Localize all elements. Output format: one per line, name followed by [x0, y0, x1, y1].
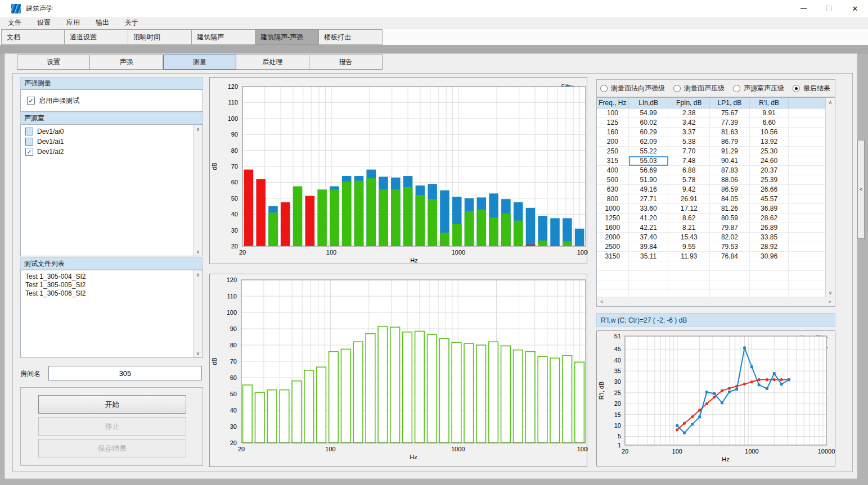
table-cell[interactable] — [789, 194, 825, 204]
table-cell[interactable]: 8.21 — [668, 223, 710, 233]
table-cell[interactable]: 5.78 — [668, 175, 710, 185]
table-cell[interactable]: 37.40 — [629, 233, 669, 242]
table-cell[interactable] — [789, 271, 825, 280]
test-file-item-0[interactable]: Test 1_305-004_SI2 — [25, 273, 201, 281]
table-cell[interactable]: 28.62 — [750, 214, 789, 223]
table-cell[interactable] — [750, 290, 789, 297]
table-cell[interactable]: 125 — [597, 118, 629, 128]
table-cell[interactable]: 250 — [597, 147, 629, 156]
sub-tab-0[interactable]: 设置 — [17, 55, 90, 70]
table-cell[interactable]: 800 — [597, 194, 629, 204]
scroll-right-icon[interactable]: > — [826, 298, 833, 306]
table-cell[interactable] — [668, 261, 710, 271]
table-cell[interactable] — [710, 280, 750, 290]
main-tab-2[interactable]: 混响时间 — [128, 29, 192, 45]
table-cell[interactable]: 54.99 — [629, 108, 669, 118]
table-cell[interactable]: 79.87 — [710, 223, 750, 233]
table-cell-selected[interactable]: 55.03 — [629, 156, 669, 166]
sub-tab-3[interactable]: 后处理 — [236, 55, 309, 70]
table-cell[interactable]: 1000 — [597, 204, 629, 214]
table-cell[interactable]: 2000 — [597, 233, 629, 242]
table-cell[interactable]: 76.84 — [710, 252, 750, 261]
table-cell[interactable]: 6.60 — [750, 118, 789, 128]
table-cell[interactable] — [789, 214, 825, 223]
table-cell[interactable]: 39.84 — [629, 242, 669, 252]
table-cell[interactable]: 84.05 — [710, 194, 750, 204]
table-cell[interactable]: 33.60 — [629, 204, 669, 214]
minimize-button[interactable] — [790, 0, 816, 17]
table-cell[interactable] — [597, 280, 629, 290]
table-cell[interactable]: 49.16 — [629, 185, 669, 194]
table-cell[interactable] — [668, 280, 710, 290]
table-cell[interactable] — [789, 137, 825, 147]
table-cell[interactable] — [789, 108, 825, 118]
table-cell[interactable]: 35.11 — [629, 252, 669, 261]
table-cell[interactable]: 400 — [597, 166, 629, 175]
table-cell[interactable] — [789, 223, 825, 233]
table-cell[interactable]: 27.71 — [629, 194, 669, 204]
table-cell[interactable]: 75.67 — [710, 108, 750, 118]
main-tab-1[interactable]: 通道设置 — [65, 29, 128, 45]
table-cell[interactable]: 10.56 — [750, 128, 789, 137]
table-cell[interactable] — [750, 271, 789, 280]
table-cell[interactable]: 81.63 — [710, 128, 750, 137]
start-button[interactable]: 开始 — [38, 395, 186, 414]
table-cell[interactable] — [789, 128, 825, 137]
table-cell[interactable]: 33.85 — [750, 233, 789, 242]
table-cell[interactable] — [597, 290, 629, 297]
table-cell[interactable]: 91.29 — [710, 147, 750, 156]
channel-item-0[interactable]: Dev1/ai0 — [22, 126, 201, 137]
test-file-item-1[interactable]: Test 1_305-005_SI2 — [25, 281, 201, 289]
menu-item-4[interactable]: 关于 — [117, 17, 146, 29]
table-cell[interactable] — [789, 166, 825, 175]
table-cell[interactable]: 2500 — [597, 242, 629, 252]
table-cell[interactable] — [789, 147, 825, 156]
table-cell[interactable]: 26.91 — [668, 194, 710, 204]
test-file-item-2[interactable]: Test 1_305-006_SI2 — [25, 289, 201, 298]
sub-tab-2[interactable]: 测量 — [163, 55, 236, 70]
result-radio-1[interactable]: 测量面声压级 — [673, 84, 725, 93]
table-cell[interactable]: 45.57 — [750, 194, 789, 204]
table-cell[interactable]: 5.38 — [668, 137, 710, 147]
table-cell[interactable] — [750, 280, 789, 290]
table-cell[interactable]: 25.39 — [750, 175, 789, 185]
table-cell[interactable]: 13.92 — [750, 137, 789, 147]
table-cell[interactable]: 11.93 — [668, 252, 710, 261]
table-cell[interactable] — [789, 261, 825, 271]
scroll-up-icon[interactable]: ∧ — [194, 125, 203, 133]
table-cell[interactable]: 500 — [597, 175, 629, 185]
table-cell[interactable] — [597, 271, 629, 280]
table-cell[interactable]: 79.53 — [710, 242, 750, 252]
table-cell[interactable]: 86.79 — [710, 137, 750, 147]
table-cell[interactable]: 7.70 — [668, 147, 710, 156]
table-cell[interactable]: 160 — [597, 128, 629, 137]
table-cell[interactable] — [629, 290, 669, 297]
result-radio-2[interactable]: 声源室声压级 — [733, 84, 784, 93]
table-cell[interactable]: 42.21 — [629, 223, 669, 233]
table-cell[interactable]: 15.43 — [668, 233, 710, 242]
table-cell[interactable] — [710, 290, 750, 297]
main-tab-5[interactable]: 楼板打击 — [319, 29, 383, 45]
enable-intensity-checkbox[interactable]: ✓ 启用声强测试 — [21, 95, 81, 107]
main-tab-0[interactable]: 文档 — [1, 29, 65, 45]
table-cell[interactable]: 90.41 — [710, 156, 750, 166]
table-cell[interactable]: 3.42 — [668, 118, 710, 128]
table-cell[interactable]: 24.60 — [750, 156, 789, 166]
table-cell[interactable]: 3150 — [597, 252, 629, 261]
table-cell[interactable]: 2.38 — [668, 108, 710, 118]
menu-item-0[interactable]: 文件 — [0, 17, 29, 29]
menu-item-2[interactable]: 应用 — [59, 17, 88, 29]
table-cell[interactable]: 86.59 — [710, 185, 750, 194]
table-cell[interactable]: 17.12 — [668, 204, 710, 214]
table-cell[interactable]: 60.29 — [629, 128, 669, 137]
table-cell[interactable]: 77.39 — [710, 118, 750, 128]
table-cell[interactable] — [789, 290, 825, 297]
source-room-scrollbar[interactable]: ∧ ∨ — [193, 125, 203, 256]
scroll-left-icon[interactable]: < — [599, 298, 605, 306]
room-name-input[interactable] — [48, 366, 202, 380]
table-cell[interactable]: 3.37 — [668, 128, 710, 137]
close-button[interactable]: ✕ — [842, 0, 868, 17]
table-cell[interactable]: 315 — [597, 156, 629, 166]
table-cell[interactable]: 55.22 — [629, 147, 669, 156]
table-cell[interactable]: 51.90 — [629, 175, 669, 185]
